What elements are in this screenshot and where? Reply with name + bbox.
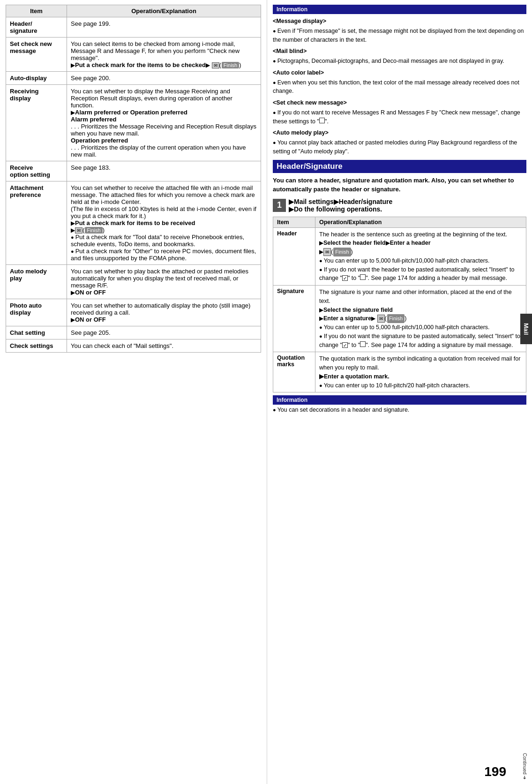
finish-button: Finish — [333, 248, 351, 256]
table-row: Set check newmessage You can select item… — [6, 38, 261, 72]
bullet-item: Put a check mark for "Other" to receive … — [71, 248, 256, 262]
row-content-receive-opt: See page 183. — [67, 161, 261, 181]
arrow-icon: ▶ — [71, 220, 75, 226]
right-row-content-header: The header is the sentence such as greet… — [315, 227, 526, 286]
table-row: Header The header is the sentence such a… — [273, 227, 526, 286]
select-header-field: Select the header field — [323, 240, 386, 246]
action-check: Put a check mark for items to be receive… — [75, 219, 195, 226]
finish-button: Finish — [222, 62, 239, 68]
hs-subtitle: You can store a header, signature and qu… — [273, 176, 526, 194]
bullet-item: If you do not want the signature to be p… — [319, 333, 520, 348]
envelope-icon: ✉ — [212, 62, 219, 68]
row-content-auto-display: See page 200. — [67, 72, 261, 85]
row-label-set-check: Set check newmessage — [6, 38, 67, 72]
bullet-item: You can enter up to 5,000 full-pitch/10,… — [319, 324, 490, 331]
side-tab-mail: Mail — [520, 314, 532, 344]
alarm-header: Alarm preferred — [71, 116, 117, 123]
finish-button: Finish — [387, 314, 405, 323]
hs-title: Header/Signature — [273, 160, 526, 173]
step-number: 1 — [273, 199, 286, 212]
right-row-label-signature: Signature — [273, 286, 315, 352]
right-col-operation: Operation/Explanation — [315, 217, 526, 227]
row-label-auto-display: Auto-display — [6, 72, 67, 85]
info-bullet: You cannot play back attached or pasted … — [273, 138, 526, 156]
finish-button: Finish — [85, 227, 102, 234]
arrow-icon3: ▶ — [371, 315, 375, 322]
enter-header: Enter a header — [390, 240, 431, 246]
row-label-chat: Chat setting — [6, 326, 67, 339]
continued-label: Continued ➜ — [522, 753, 527, 779]
arrow-icon2: ▶ — [319, 315, 323, 322]
right-row-content-quotation: The quotation mark is the symbol indicat… — [315, 352, 526, 392]
main-settings-table: Item Operation/Explanation Header/signat… — [6, 5, 261, 353]
bullet-item: If you do not want the header to be past… — [319, 266, 514, 282]
row-label-photo-auto: Photo autodisplay — [6, 299, 67, 326]
arrow-icon2: ▶ — [386, 240, 390, 246]
enter-quotation-mark: ▶Enter a quotation mark. — [319, 373, 390, 380]
table-row: Photo autodisplay You can set whether to… — [6, 299, 261, 326]
arrow-icon: ▶ — [71, 317, 75, 323]
step-content: ▶Mail settings▶Header/signature ▶Do the … — [289, 198, 392, 213]
cell-content: The signature is your name and other inf… — [319, 288, 522, 349]
arrow-icon2: ▶ — [206, 62, 210, 68]
enter-signature: Enter a signature — [323, 315, 371, 322]
info-bottom-bullet: You can set decorations in a header and … — [273, 407, 409, 413]
right-column: Information <Message display> Even if "F… — [267, 0, 532, 784]
table-row: Auto-display See page 200. — [6, 72, 261, 85]
row-content-check-settings: You can check each of "Mail settings". — [67, 339, 261, 353]
row-label-receive-opt: Receiveoption setting — [6, 161, 67, 181]
op-header: Operation preferred — [71, 137, 128, 144]
bullet-item: You can enter up to 5,000 full-pitch/10,… — [319, 257, 490, 264]
row-label-check-settings: Check settings — [6, 339, 67, 353]
left-column: Item Operation/Explanation Header/signat… — [0, 0, 267, 784]
info-section-header: <Mail blind> — [273, 47, 526, 56]
right-col-item: Item — [273, 217, 315, 227]
info-bullet: Even if "From message" is set, the messa… — [273, 27, 526, 45]
envelope-icon: ✉ — [75, 227, 82, 234]
action-on-off2: ON or OFF — [75, 316, 106, 323]
info-section-header: <Message display> — [273, 17, 526, 26]
info-section-header: <Set check new message> — [273, 98, 526, 107]
action-text: Put a check mark for the items to be che… — [75, 61, 206, 68]
select-signature-field: Select the signature field — [323, 307, 393, 313]
row-content-receiving: You can set whether to display the Messa… — [67, 85, 261, 161]
info-content-bottom: You can set decorations in a header and … — [273, 405, 526, 415]
table-row: Quotationmarks The quotation mark is the… — [273, 352, 526, 392]
col-header-item: Item — [6, 5, 67, 17]
action-alarm: Alarm preferred or Operation preferred — [75, 109, 187, 116]
action-on-off: ON or OFF — [75, 289, 106, 296]
arrow-icon: ▶ — [71, 289, 75, 296]
row-content-auto-melody: You can set whether to play back the att… — [67, 265, 261, 299]
table-row: Check settings You can check each of "Ma… — [6, 339, 261, 353]
arrow-icon: ▶ — [71, 109, 75, 116]
table-row: Attachmentpreference You can set whether… — [6, 181, 261, 265]
row-label-auto-melody: Auto melodyplay — [6, 265, 67, 299]
step-line2: ▶Do the following operations. — [289, 205, 392, 213]
right-row-label-quotation: Quotationmarks — [273, 352, 315, 392]
row-content-header-sig: See page 199. — [67, 17, 261, 38]
arrow-icon: ▶ — [319, 307, 323, 313]
row-content-attachment: You can set whether to receive the attac… — [67, 181, 261, 265]
right-settings-table: Item Operation/Explanation Header The he… — [273, 217, 526, 393]
envelope-icon: ✉ — [377, 315, 385, 323]
table-row: Signature The signature is your name and… — [273, 286, 526, 352]
table-row: Auto melodyplay You can set whether to p… — [6, 265, 261, 299]
info-section-header: <Auto color label> — [273, 68, 526, 77]
arrow-icon3: ▶ — [319, 249, 323, 255]
table-row: Header/signature See page 199. — [6, 17, 261, 38]
row-label-attachment: Attachmentpreference — [6, 181, 67, 265]
page-number: 199 — [484, 764, 506, 779]
table-row: Receivingdisplay You can set whether to … — [6, 85, 261, 161]
info-section-header: <Auto melody play> — [273, 128, 526, 137]
info-bullet: Even when you set this function, the tex… — [273, 78, 526, 96]
info-box-top: Information — [273, 5, 526, 14]
row-label-receiving: Receivingdisplay — [6, 85, 67, 161]
bullet-item: Put a check mark for "Tool data" to rece… — [71, 234, 244, 248]
row-content-photo-auto: You can set whether to automatically dis… — [67, 299, 261, 326]
table-row: Receiveoption setting See page 183. — [6, 161, 261, 181]
table-row: Chat setting See page 205. — [6, 326, 261, 339]
bullet-item: You can enter up to 10 full-pitch/20 hal… — [319, 382, 470, 389]
info-content-top: <Message display> Even if "From message"… — [273, 17, 526, 156]
arrow-icon: ▶ — [71, 62, 75, 68]
cell-content: The header is the sentence such as greet… — [319, 230, 522, 283]
